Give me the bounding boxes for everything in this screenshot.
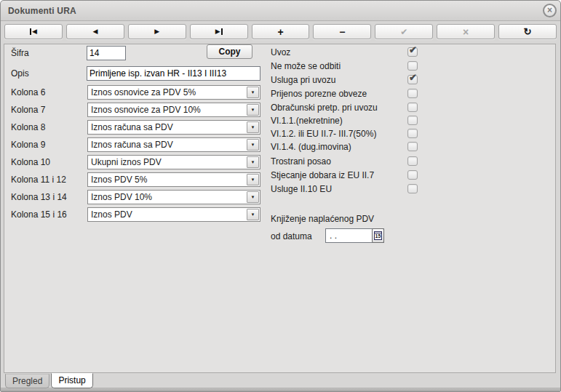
vi12-eu-checkbox[interactable] (407, 129, 418, 138)
chevron-down-icon[interactable]: ▼ (247, 139, 259, 151)
knjizenje-heading: Knjiženje naplaćenog PDV (271, 214, 374, 224)
kolona9-select[interactable]: Iznos računa sa PDV ▼ (87, 137, 260, 152)
kolona7-label: Kolona 7 (11, 105, 45, 115)
first-bar-icon (30, 28, 31, 35)
kolona15-16-value: Iznos PDV (91, 209, 132, 220)
window-title: Dokumenti URA (8, 6, 76, 16)
vi12-eu-label: VI.1.2. ili EU II.7- III.7(50%) (271, 129, 376, 139)
kolona11-12-label: Kolona 11 i 12 (11, 175, 66, 185)
vi14-dug-imovina-checkbox[interactable] (407, 142, 418, 151)
chevron-down-icon[interactable]: ▼ (247, 121, 259, 133)
sifra-input[interactable] (87, 46, 126, 60)
nav-next-button[interactable]: ▶ (128, 24, 186, 39)
close-icon[interactable]: × (543, 4, 557, 17)
tab-pristup[interactable]: Pristup (51, 373, 92, 388)
kolona11-12-select[interactable]: Iznos PDV 5% ▼ (87, 172, 260, 187)
minus-icon: − (339, 27, 345, 37)
od-datuma-label: od datuma (271, 231, 312, 241)
kolona9-value: Iznos računa sa PDV (91, 140, 173, 150)
sifra-label: Šifra (11, 48, 29, 58)
next-record-icon: ▶ (154, 28, 159, 35)
uvoz-checkbox[interactable]: ✔ (407, 47, 418, 57)
vi11-nekretnine-label: VI.1.1.(nekretnine) (271, 116, 343, 126)
first-record-icon: ◀ (32, 28, 37, 35)
kolona15-16-select[interactable]: Iznos PDV ▼ (87, 207, 260, 222)
chevron-down-icon[interactable]: ▼ (247, 191, 259, 203)
copy-button[interactable]: Copy (207, 44, 252, 59)
trostrani-posao-checkbox[interactable] (407, 156, 418, 166)
record-navigator-toolbar: ◀ ◀ ▶ ▶ + − ✔ × ↻ (4, 24, 557, 39)
cancel-record-button[interactable]: × (437, 24, 495, 39)
tab-pregled[interactable]: Pregled (5, 374, 49, 388)
kolona13-14-select[interactable]: Iznos PDV 10% ▼ (87, 190, 260, 204)
kolona10-value: Ukupni iznos PDV (91, 157, 162, 167)
kolona9-label: Kolona 9 (11, 140, 45, 150)
bottom-tab-bar: Pregled Pristup (5, 374, 93, 388)
kolona6-label: Kolona 6 (11, 87, 45, 97)
kolona7-select[interactable]: Iznos osnovice za PDV 10% ▼ (87, 103, 260, 117)
prijenos-porezne-obveze-label: Prijenos porezne obveze (271, 89, 367, 99)
kolona8-value: Iznos računa sa PDV (91, 122, 173, 132)
prijenos-porezne-obveze-checkbox[interactable] (407, 89, 418, 98)
kolona10-select[interactable]: Ukupni iznos PDV ▼ (87, 155, 260, 169)
nav-last-button[interactable]: ▶ (190, 24, 248, 39)
obracunski-pretp-label: Obračunski pretp. pri uvozu (271, 103, 378, 113)
usluga-pri-uvozu-label: Usluga pri uvozu (271, 75, 335, 85)
kolona13-14-label: Kolona 13 i 14 (11, 192, 67, 202)
uvoz-label: Uvoz (271, 47, 290, 57)
trostrani-posao-label: Trostrani posao (271, 156, 331, 167)
refresh-button[interactable]: ↻ (498, 24, 557, 39)
vi11-nekretnine-checkbox[interactable] (407, 116, 418, 125)
last-record-icon: ▶ (215, 28, 220, 35)
ne-moze-se-odbiti-label: Ne može se odbiti (271, 61, 341, 71)
cross-icon: × (463, 27, 469, 37)
kolona15-16-label: Kolona 15 i 16 (11, 209, 67, 220)
kolona7-value: Iznos osnovice za PDV 10% (91, 105, 201, 115)
kolona10-label: Kolona 10 (11, 157, 50, 167)
plus-icon: + (277, 27, 283, 37)
last-bar-icon (221, 28, 223, 35)
vi14-dug-imovina-label: VI.1.4. (dug.imovina) (271, 142, 351, 152)
title-bar: Dokumenti URA × (1, 1, 560, 21)
delete-record-button[interactable]: − (313, 24, 371, 39)
kolona6-value: Iznos osnovice za PDV 5% (91, 87, 196, 97)
kolona11-12-value: Iznos PDV 5% (91, 175, 147, 185)
detail-panel: Šifra Copy Opis Kolona 6 Iznos osnovice … (4, 44, 556, 373)
chevron-down-icon[interactable]: ▼ (247, 104, 259, 116)
post-record-button[interactable]: ✔ (375, 24, 433, 39)
check-icon: ✔ (409, 73, 417, 82)
kolona8-select[interactable]: Iznos računa sa PDV ▼ (87, 120, 260, 135)
stjecanje-dobara-checkbox[interactable] (407, 170, 418, 180)
usluga-pri-uvozu-checkbox[interactable]: ✔ (407, 75, 418, 84)
dialog-dokumenti-ura: Dokumenti URA × ◀ ◀ ▶ ▶ + − ✔ × ↻ (0, 0, 561, 392)
obracunski-pretp-checkbox[interactable] (407, 103, 418, 112)
chevron-down-icon[interactable]: ▼ (247, 209, 259, 220)
od-datuma-date-field[interactable]: . . 15 (325, 228, 384, 243)
check-icon: ✔ (409, 45, 417, 55)
chevron-down-icon[interactable]: ▼ (247, 87, 259, 98)
calendar-icon: 15 (374, 231, 382, 240)
chevron-down-icon[interactable]: ▼ (247, 156, 259, 168)
date-value: . . (330, 231, 337, 241)
checkmark-icon: ✔ (400, 28, 407, 36)
kolona6-select[interactable]: Iznos osnovice za PDV 5% ▼ (87, 85, 260, 100)
usluge-ii10-eu-label: Usluge II.10 EU (271, 184, 332, 194)
usluge-ii10-eu-checkbox[interactable] (407, 184, 418, 193)
calendar-picker-button[interactable]: 15 (372, 228, 384, 243)
stjecanje-dobara-label: Stjecanje dobara iz EU II.7 (271, 170, 374, 180)
opis-input[interactable] (87, 66, 260, 81)
ne-moze-se-odbiti-checkbox[interactable] (407, 61, 418, 71)
refresh-icon: ↻ (524, 27, 532, 36)
chevron-down-icon[interactable]: ▼ (247, 174, 259, 185)
insert-record-button[interactable]: + (252, 24, 310, 39)
kolona8-label: Kolona 8 (11, 122, 45, 132)
kolona13-14-value: Iznos PDV 10% (91, 192, 152, 202)
prior-record-icon: ◀ (92, 28, 98, 35)
nav-first-button[interactable]: ◀ (4, 24, 63, 39)
opis-label: Opis (11, 68, 29, 79)
nav-prior-button[interactable]: ◀ (66, 24, 124, 39)
